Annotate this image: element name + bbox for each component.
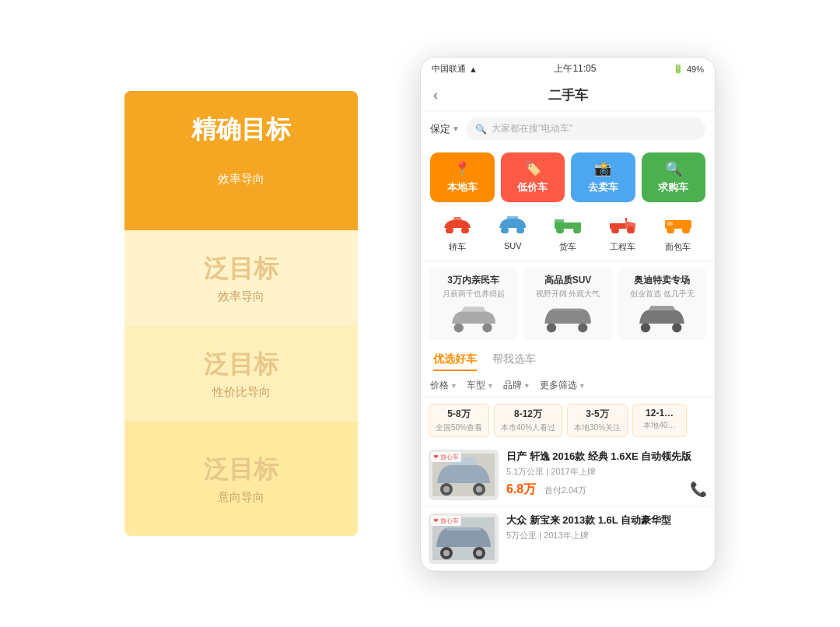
svg-rect-7 [555, 219, 564, 224]
svg-rect-21 [553, 309, 583, 311]
heart-badge-0: ❤ 放心车 [431, 452, 461, 462]
filter-type-arrow: ▼ [487, 382, 494, 390]
svg-point-23 [672, 323, 681, 332]
call-icon-0[interactable]: 📞 [690, 481, 707, 498]
vague-main-1: 泛目标 [140, 252, 342, 286]
price-tags: 5-8万 全国50%查看 8-12万 本市40%人看过 3-5万 本地30%关注… [421, 398, 715, 443]
tab-preferred[interactable]: 优选好车 [433, 352, 477, 371]
van-icon [663, 216, 694, 238]
search-box[interactable]: 🔍 大家都在搜"电动车" [466, 117, 705, 140]
car-listing-0[interactable]: ❤ 放心车 日产 轩逸 2016款 经典 1.6XE 自动领先版 5.1万公里 … [421, 443, 715, 507]
vehicle-truck[interactable]: 货车 [552, 216, 583, 253]
price-tag-1[interactable]: 8-12万 本市40%人看过 [494, 404, 562, 437]
price-desc-3: 本地40… [639, 420, 680, 431]
vehicle-type-row: 轿车 SUV 货车 工程车 [421, 208, 715, 261]
filter-price-label: 价格 [430, 379, 449, 392]
low-price-label: 低价车 [517, 180, 548, 194]
price-tag-2[interactable]: 3-5万 本地30%关注 [567, 404, 628, 437]
svg-point-19 [547, 323, 556, 332]
svg-rect-34 [446, 527, 481, 531]
search-icon: 🔍 [475, 124, 487, 135]
filter-brand[interactable]: 品牌 ▼ [503, 379, 530, 392]
promo-title-0: 3万内亲民车 [447, 274, 499, 287]
filter-price[interactable]: 价格 ▼ [430, 379, 457, 392]
price-tag-0[interactable]: 5-8万 全国50%查看 [429, 404, 489, 437]
price-range-0: 5-8万 [436, 408, 482, 421]
left-panel: 精确目标 效率导向 泛目标 效率导向 泛目标 性价比导向 泛目标 意向导向 [124, 91, 358, 536]
precise-target-main: 精确目标 [140, 113, 342, 147]
vague-target-item-3: 泛目标 意向导向 [124, 422, 358, 536]
precise-target-sub: 效率导向 [140, 150, 342, 208]
phone-frame: 中国联通 ▲ 上午11:05 🔋 49% ‹ 二手车 保定 ▼ 🔍 大家都在搜"… [420, 57, 716, 572]
van-label: 面包车 [665, 241, 691, 253]
price-desc-1: 本市40%人看过 [501, 422, 555, 433]
truck-label: 货车 [559, 241, 576, 253]
promo-sub-2: 创业首选 低几乎无 [630, 289, 695, 299]
promo-title-1: 高品质SUV [544, 274, 592, 287]
tab-help-choose[interactable]: 帮我选车 [492, 352, 536, 371]
car-down-0: 首付2.04万 [544, 485, 586, 495]
vehicle-suv[interactable]: SUV [497, 216, 528, 253]
car-title-0: 日产 轩逸 2016款 经典 1.6XE 自动领先版 [506, 450, 707, 464]
status-right: 🔋 49% [673, 64, 704, 74]
price-range-2: 3-5万 [574, 408, 621, 421]
filter-type[interactable]: 车型 ▼ [467, 379, 494, 392]
price-desc-2: 本地30%关注 [574, 422, 621, 433]
car-title-1: 大众 新宝来 2013款 1.6L 自动豪华型 [506, 513, 707, 527]
svg-rect-10 [610, 223, 625, 229]
vague-sub-3: 意向导向 [140, 490, 342, 505]
category-low-price[interactable]: 🏷️ 低价车 [501, 152, 565, 202]
category-sell-car[interactable]: 📸 去卖车 [571, 152, 635, 202]
car-info-1: 大众 新宝来 2013款 1.6L 自动豪华型 5万公里 | 2013年上牌 [506, 513, 707, 564]
sedan-icon [442, 216, 473, 238]
local-car-icon: 📍 [453, 160, 471, 177]
price-desc-0: 全国50%查看 [436, 422, 482, 433]
vehicle-sedan[interactable]: 轿车 [442, 216, 473, 253]
back-button[interactable]: ‹ [433, 87, 438, 103]
vehicle-van[interactable]: 面包车 [663, 216, 694, 253]
promo-card-0[interactable]: 3万内亲民车 月薪两千也养得起 [429, 268, 518, 340]
category-local-car[interactable]: 📍 本地车 [430, 152, 495, 202]
battery-pct: 49% [687, 65, 704, 74]
category-grid: 📍 本地车 🏷️ 低价车 📸 去卖车 🔍 求购车 [421, 146, 715, 208]
status-time: 上午11:05 [554, 62, 596, 75]
location-button[interactable]: 保定 ▼ [430, 122, 460, 136]
svg-point-26 [443, 486, 450, 492]
svg-point-22 [641, 323, 650, 332]
promo-sub-0: 月薪两千也养得起 [443, 289, 505, 299]
filter-more-arrow: ▼ [579, 382, 586, 390]
category-buy-car[interactable]: 🔍 求购车 [642, 152, 706, 202]
carrier-text: 中国联通 [432, 63, 466, 75]
vague-sub-2: 性价比导向 [140, 385, 342, 400]
price-tag-3[interactable]: 12-1… 本地40… [632, 404, 687, 437]
filter-more[interactable]: 更多筛选 ▼ [540, 379, 586, 392]
vehicle-engineering[interactable]: 工程车 [607, 216, 639, 253]
svg-point-17 [453, 323, 463, 332]
promo-title-2: 奥迪特卖专场 [634, 274, 690, 287]
price-range-3: 12-1… [639, 408, 680, 419]
vague-target-item-2: 泛目标 性价比导向 [124, 326, 358, 422]
suv-label: SUV [504, 241, 522, 250]
vague-main-3: 泛目标 [140, 453, 342, 487]
truck-icon [552, 216, 583, 238]
promo-card-2[interactable]: 奥迪特卖专场 创业首选 低几乎无 [618, 268, 707, 340]
filter-brand-label: 品牌 [503, 379, 522, 392]
svg-point-33 [476, 550, 482, 556]
vague-main-2: 泛目标 [140, 348, 342, 382]
vague-sub-1: 效率导向 [140, 289, 342, 304]
sedan-label: 轿车 [449, 241, 466, 253]
car-meta-1: 5万公里 | 2013年上牌 [506, 530, 707, 541]
car-price-0: 6.8万 [506, 482, 536, 496]
sell-car-icon: 📸 [594, 160, 611, 177]
filter-row: 价格 ▼ 车型 ▼ 品牌 ▼ 更多筛选 ▼ [421, 374, 715, 398]
vague-target-item-1: 泛目标 效率导向 [124, 230, 358, 326]
promo-card-1[interactable]: 高品质SUV 视野开阔 外观大气 [523, 268, 612, 340]
suv-icon [497, 216, 528, 238]
precise-target-item: 精确目标 效率导向 [124, 91, 358, 230]
tabs-row: 优选好车 帮我选车 [421, 346, 715, 374]
battery-icon: 🔋 [673, 64, 684, 74]
status-bar: 中国联通 ▲ 上午11:05 🔋 49% [421, 58, 715, 80]
car-listing-1[interactable]: ❤ 放心车 大众 新宝来 2013款 1.6L 自动豪华型 5万公里 | 201… [421, 507, 715, 571]
price-range-1: 8-12万 [501, 408, 555, 421]
filter-more-label: 更多筛选 [540, 379, 577, 392]
